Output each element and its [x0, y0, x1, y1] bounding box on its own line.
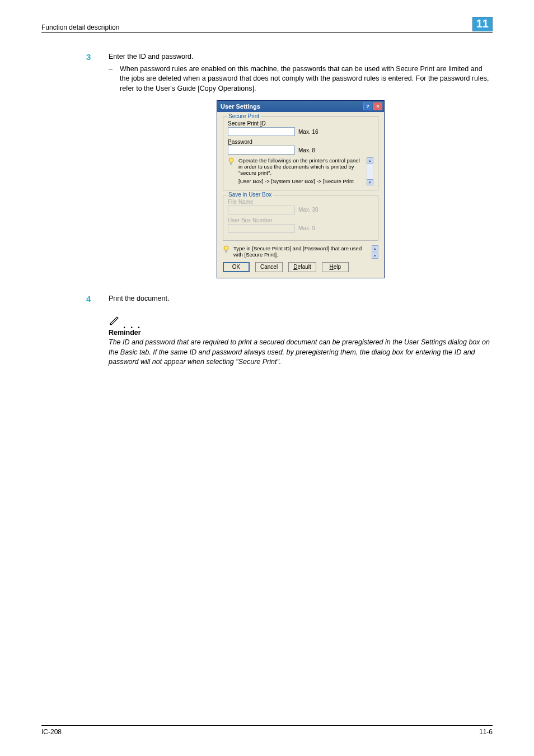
- step-text: Print the document.: [109, 294, 493, 304]
- header-section-title: Function detail description: [41, 24, 119, 31]
- page-header: Function detail description 11: [41, 17, 493, 33]
- dialog-title: User Settings: [221, 103, 260, 110]
- secure-print-id-max: Max. 16: [298, 129, 318, 135]
- secure-print-legend: Secure Print: [227, 113, 261, 119]
- step-3: 3 Enter the ID and password. – When pass…: [86, 52, 493, 94]
- note-icon-row: . . .: [86, 314, 493, 328]
- secure-tip-1: Operate the followings on the printer's …: [238, 158, 362, 176]
- help-icon[interactable]: ?: [363, 102, 372, 110]
- dialog-figure: User Settings ? × Secure Print Secure Pr…: [86, 100, 493, 278]
- step-number: 3: [86, 52, 109, 94]
- step-number: 4: [86, 294, 109, 304]
- step-bullet: – When password rules are enabled on thi…: [109, 64, 493, 94]
- reminder-heading: Reminder: [109, 329, 493, 337]
- svg-point-2: [224, 246, 228, 250]
- svg-point-0: [229, 158, 233, 162]
- user-box-number-label: User Box Number: [228, 217, 373, 223]
- lightbulb-icon: [228, 157, 235, 166]
- cancel-button[interactable]: Cancel: [255, 262, 283, 272]
- page-footer: IC-208 11-6: [41, 725, 493, 736]
- ok-button[interactable]: OK: [223, 262, 250, 272]
- pencil-icon: [109, 314, 121, 328]
- default-button[interactable]: Default: [288, 262, 316, 272]
- save-user-box-group: Save in User Box File Name Max. 30 User …: [223, 195, 378, 241]
- password-input[interactable]: [228, 146, 295, 155]
- scroll-down-icon[interactable]: ▾: [367, 179, 373, 185]
- lightbulb-icon: [223, 245, 229, 254]
- tip-scrollbar[interactable]: ▴ ▾: [367, 157, 373, 185]
- chapter-number-box: 11: [472, 17, 493, 31]
- note-dots: . . .: [123, 323, 141, 328]
- reminder-block: Reminder The ID and password that are re…: [86, 329, 493, 367]
- lower-tip: Type in [Secure Print ID] and [Password]…: [223, 245, 378, 259]
- scroll-up-icon[interactable]: ▴: [367, 157, 373, 164]
- scroll-up-icon[interactable]: ▴: [372, 245, 378, 251]
- help-button[interactable]: Help: [322, 262, 349, 272]
- secure-tip: Operate the followings on the printer's …: [228, 157, 373, 185]
- content: 3 Enter the ID and password. – When pass…: [41, 33, 493, 367]
- footer-right: 11-6: [479, 728, 493, 736]
- file-name-label: File Name: [228, 199, 373, 205]
- secure-print-group: Secure Print Secure Print ID /* label ha…: [223, 116, 378, 190]
- secure-print-id-input[interactable]: [228, 127, 295, 136]
- lower-tip-scrollbar[interactable]: ▴ ▾: [372, 245, 378, 259]
- close-icon[interactable]: ×: [373, 102, 382, 110]
- file-name-max: Max. 30: [298, 207, 318, 213]
- password-label: Password: [228, 139, 373, 145]
- secure-tip-2: [User Box] -> [System User Box] -> [Secu…: [238, 179, 362, 185]
- step-4: 4 Print the document.: [86, 294, 493, 304]
- save-user-box-legend: Save in User Box: [227, 192, 273, 198]
- footer-left: IC-208: [41, 728, 62, 736]
- file-name-input: [228, 206, 295, 214]
- password-max: Max. 8: [298, 147, 315, 153]
- user-box-number-max: Max. 9: [298, 225, 315, 231]
- user-box-number-input: [228, 224, 295, 233]
- svg-rect-3: [225, 250, 227, 253]
- lower-tip-text: Type in [Secure Print ID] and [Password]…: [233, 245, 368, 259]
- user-settings-dialog: User Settings ? × Secure Print Secure Pr…: [217, 100, 385, 278]
- step-text: Enter the ID and password.: [109, 52, 493, 62]
- dash: –: [109, 64, 120, 94]
- dialog-button-row: OK Cancel Default Help: [223, 262, 378, 272]
- chapter-number: 11: [472, 17, 493, 31]
- reminder-body: The ID and password that are required to…: [109, 338, 493, 367]
- dialog-titlebar: User Settings ? ×: [217, 101, 384, 112]
- scroll-down-icon[interactable]: ▾: [372, 253, 378, 259]
- bullet-text: When password rules are enabled on this …: [120, 64, 493, 94]
- secure-print-id-label: Secure Print ID: [228, 120, 373, 127]
- svg-rect-1: [230, 162, 232, 165]
